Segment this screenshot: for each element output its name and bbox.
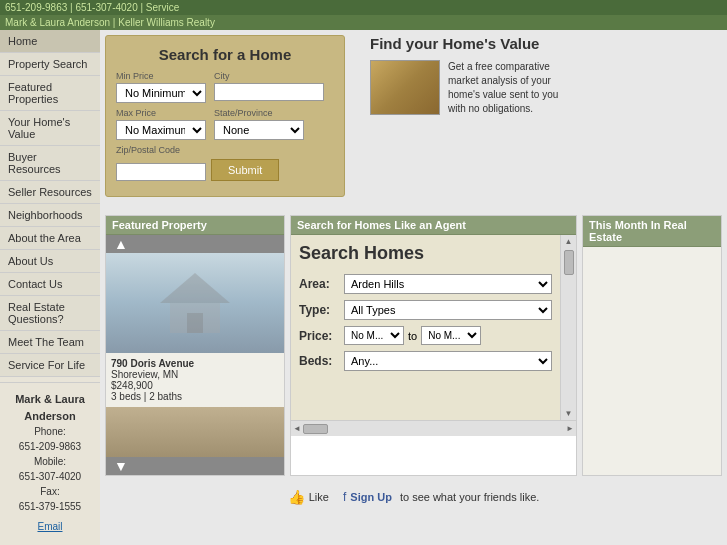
property-nav-bottom: ▼ (106, 457, 284, 475)
featured-property-section: Featured Property ▲ 790 Doris Avenue (105, 215, 285, 476)
zip-group: Zip/Postal Code Submit (116, 145, 279, 181)
fb-logo-icon: f (343, 490, 346, 504)
horizontal-scrollbar[interactable]: ◄ ► (291, 420, 576, 436)
property-price: $248,900 (111, 380, 279, 391)
type-field: Type: All Types House Condo (299, 300, 552, 320)
property-address: 790 Doris Avenue (111, 358, 279, 369)
search-homes-section: Search for Homes Like an Agent Search Ho… (290, 215, 577, 476)
this-month-header: This Month In Real Estate (583, 216, 721, 247)
sidebar-item-buyer[interactable]: Buyer Resources (0, 146, 100, 181)
search-homes-form: Search Homes Area: Arden Hills St. Paul … (291, 235, 560, 420)
fb-thumb-icon: 👍 (288, 489, 305, 505)
this-month-section: This Month In Real Estate (582, 215, 722, 476)
home-value-section: Find your Home's Value Get a free compar… (370, 35, 570, 116)
agent-phone-label: Phone: (8, 424, 92, 439)
home-value-description: Get a free comparative market analysis o… (448, 60, 570, 116)
property-image (106, 253, 284, 353)
sidebar-item-contact[interactable]: Contact Us (0, 273, 100, 296)
main-content: Search for a Home Min Price No Minimum $… (100, 30, 727, 545)
zip-row: Zip/Postal Code Submit (116, 145, 334, 181)
agent-mobile: 651-307-4020 (8, 469, 92, 484)
area-label: Area: (299, 277, 344, 291)
fb-signup-link[interactable]: Sign Up (350, 491, 392, 503)
agent-phone: 651-209-9863 (8, 439, 92, 454)
state-label: State/Province (214, 108, 304, 118)
vertical-scrollbar[interactable]: ▲ ▼ (560, 235, 576, 420)
search-homes-title: Search Homes (299, 243, 552, 264)
zip-label: Zip/Postal Code (116, 145, 279, 155)
property-bottom-image (106, 407, 284, 457)
max-price-group: Max Price No Maximum $200,000 $400,000 $… (116, 108, 206, 140)
sections-row: Featured Property ▲ 790 Doris Avenue (105, 215, 722, 476)
type-label: Type: (299, 303, 344, 317)
max-price-row: Max Price No Maximum $200,000 $400,000 $… (116, 108, 334, 140)
sidebar-item-home-value[interactable]: Your Home's Value (0, 111, 100, 146)
min-price-select[interactable]: No Minimum $50,000 $100,000 $200,000 (116, 83, 206, 103)
price-min-select[interactable]: No M... (344, 326, 404, 345)
sidebar-item-home[interactable]: Home (0, 30, 100, 53)
sidebar-item-property-search[interactable]: Property Search (0, 53, 100, 76)
sidebar-item-about[interactable]: About Us (0, 250, 100, 273)
agent-fax-label: Fax: (8, 484, 92, 499)
min-price-label: Min Price (116, 71, 206, 81)
min-price-row: Min Price No Minimum $50,000 $100,000 $2… (116, 71, 334, 103)
svg-marker-0 (160, 273, 230, 303)
agent-fax: 651-379-1555 (8, 499, 92, 514)
fb-like-area: 👍 Like f Sign Up to see what your friend… (288, 489, 540, 505)
house-icon (155, 268, 235, 338)
property-beds-baths: 3 beds | 2 baths (111, 391, 279, 402)
scroll-up-icon[interactable]: ▲ (565, 237, 573, 246)
max-price-label: Max Price (116, 108, 206, 118)
beds-field: Beds: Any... 1+ 2+ 3+ (299, 351, 552, 371)
sidebar-item-team[interactable]: Meet The Team (0, 331, 100, 354)
scroll-down-icon[interactable]: ▼ (565, 409, 573, 418)
property-city-state: Shoreview, MN (111, 369, 279, 380)
this-month-content (583, 247, 721, 432)
search-homes-header: Search for Homes Like an Agent (291, 216, 576, 235)
scroll-left-icon[interactable]: ◄ (293, 424, 301, 433)
search-submit-button[interactable]: Submit (211, 159, 279, 181)
top-bar-line2: Mark & Laura Anderson | Keller Williams … (0, 15, 727, 30)
fb-signup-desc: to see what your friends like. (400, 491, 539, 503)
next-arrow-icon[interactable]: ▼ (114, 458, 128, 474)
search-home-section: Search for a Home Min Price No Minimum $… (105, 35, 345, 197)
sidebar-nav: Home Property Search Featured Properties… (0, 30, 100, 377)
price-max-select[interactable]: No M... (421, 326, 481, 345)
sidebar-item-featured[interactable]: Featured Properties (0, 76, 100, 111)
sidebar-item-seller[interactable]: Seller Resources (0, 181, 100, 204)
type-select[interactable]: All Types House Condo (344, 300, 552, 320)
home-value-content: Get a free comparative market analysis o… (370, 60, 570, 116)
sidebar-item-questions[interactable]: Real Estate Questions? (0, 296, 100, 331)
h-scroll-thumb[interactable] (303, 424, 328, 434)
prev-arrow-icon[interactable]: ▲ (114, 236, 128, 252)
max-price-select[interactable]: No Maximum $200,000 $400,000 $600,000 (116, 120, 206, 140)
city-group: City (214, 71, 324, 103)
top-bar-line1: 651-209-9863 | 651-307-4020 | Service (0, 0, 727, 15)
home-value-title: Find your Home's Value (370, 35, 570, 52)
social-bar: 👍 Like f Sign Up to see what your friend… (105, 481, 722, 513)
area-select[interactable]: Arden Hills St. Paul Minneapolis (344, 274, 552, 294)
sidebar: Home Property Search Featured Properties… (0, 30, 100, 545)
scroll-thumb[interactable] (564, 250, 574, 275)
agent-info: Mark & Laura Anderson Phone: 651-209-986… (0, 382, 100, 542)
city-input[interactable] (214, 83, 324, 101)
state-select[interactable]: None MN WI (214, 120, 304, 140)
price-row: No M... to No M... (344, 326, 481, 345)
property-nav: ▲ (106, 235, 284, 253)
sidebar-item-neighborhoods[interactable]: Neighborhoods (0, 204, 100, 227)
featured-property-header: Featured Property (106, 216, 284, 235)
search-home-title: Search for a Home (116, 46, 334, 63)
area-field: Area: Arden Hills St. Paul Minneapolis (299, 274, 552, 294)
like-label[interactable]: Like (309, 491, 329, 503)
zip-input[interactable] (116, 163, 206, 181)
agent-email-link[interactable]: Email (8, 519, 92, 534)
agent-mobile-label: Mobile: (8, 454, 92, 469)
scroll-right-icon[interactable]: ► (566, 424, 574, 433)
price-label: Price: (299, 329, 344, 343)
sidebar-item-service[interactable]: Service For Life (0, 354, 100, 377)
price-field: Price: No M... to No M... (299, 326, 552, 345)
sidebar-item-area[interactable]: About the Area (0, 227, 100, 250)
state-group: State/Province None MN WI (214, 108, 304, 140)
beds-select[interactable]: Any... 1+ 2+ 3+ (344, 351, 552, 371)
city-label: City (214, 71, 324, 81)
